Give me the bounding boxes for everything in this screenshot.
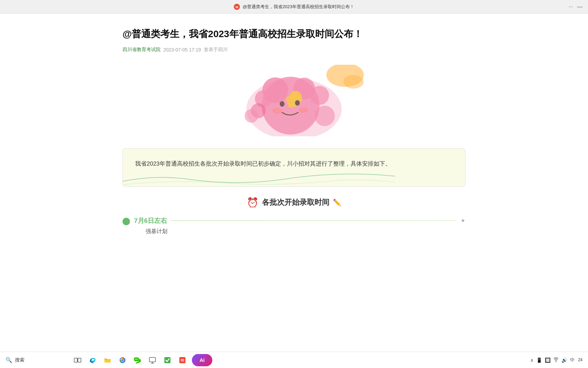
svg-rect-21 [104, 359, 111, 363]
timeline-line [171, 220, 456, 221]
svg-point-17 [245, 109, 258, 123]
display-button[interactable] [146, 353, 159, 367]
svg-point-14 [299, 107, 308, 113]
search-label: 搜索 [15, 357, 24, 363]
taskbar-clock[interactable]: 24 [578, 357, 583, 363]
timeline-date: 7月6日左右 [134, 216, 167, 225]
article-date: 2023-07-05 17:19 [163, 47, 201, 52]
ai-label: Ai [200, 357, 205, 363]
minimize-button[interactable]: — [577, 4, 583, 10]
svg-point-13 [272, 108, 282, 113]
timeline-expand-button[interactable]: ✦ [460, 217, 466, 225]
svg-point-36 [555, 361, 556, 362]
wechat-button[interactable] [131, 353, 144, 367]
svg-rect-33 [179, 357, 185, 363]
ai-button[interactable]: Ai [192, 354, 212, 366]
article-location: 发表于四川 [204, 47, 228, 53]
svg-rect-29 [149, 357, 156, 362]
taskbar-apps: Ai [68, 353, 216, 367]
edge-browser-button[interactable] [86, 353, 99, 367]
red-app-button[interactable] [176, 353, 189, 367]
svg-point-25 [121, 359, 124, 361]
taskbar-search[interactable]: 🔍 搜索 [0, 357, 68, 363]
wifi-icon[interactable] [553, 357, 559, 363]
svg-point-11 [280, 101, 284, 107]
tray-expand-icon[interactable]: ∧ [530, 357, 534, 363]
green-app-button[interactable] [161, 353, 174, 367]
article-meta: 四川省教育考试院 2023-07-05 17:19 发表于四川 [122, 47, 466, 53]
section-heading-text: 各批次开始录取时间 [262, 197, 329, 208]
search-icon: 🔍 [5, 357, 12, 363]
summary-text: 我省2023年普通高校招生各批次开始录取时间已初步确定，川小招对其进行了整理，具… [135, 159, 453, 169]
svg-rect-32 [164, 357, 170, 363]
article-content: @普通类考生，我省2023年普通高校招生录取时间公布！ 四川省教育考试院 202… [0, 14, 588, 352]
timeline: 7月6日左右 ✦ 强基计划 [122, 216, 466, 235]
clock-time: 24 [578, 357, 583, 363]
svg-point-28 [137, 358, 138, 359]
svg-point-6 [310, 86, 329, 105]
titlebar: W @普通类考生，我省2023年普通高校招生录取时间公布！ ··· — [0, 0, 588, 14]
taskbar-tray: ∧ 📱 🔲 🔊 中 24 [525, 357, 588, 363]
timeline-content: 7月6日左右 ✦ 强基计划 [134, 216, 466, 235]
pencil-icon: ✏️ [333, 198, 341, 206]
timeline-entry: 强基计划 [134, 228, 466, 235]
summary-box: 我省2023年普通高校招生各批次开始录取时间已初步确定，川小招对其进行了整理，具… [122, 148, 466, 187]
chrome-button[interactable] [116, 353, 129, 367]
svg-point-27 [135, 358, 136, 359]
taskview-button[interactable] [71, 353, 84, 367]
section-heading: ⏰ 各批次开始录取时间 ✏️ [122, 197, 466, 208]
window-title: @普通类考生，我省2023年普通高校招生录取时间公布！ [243, 4, 354, 10]
alarm-clock-icon: ⏰ [247, 197, 259, 208]
svg-rect-18 [74, 358, 77, 362]
more-button[interactable]: ··· [569, 4, 573, 10]
timeline-dot [122, 218, 130, 225]
tray-icons: ∧ 📱 🔲 🔊 中 [530, 357, 575, 363]
svg-rect-35 [181, 361, 184, 361]
article-author[interactable]: 四川省教育考试院 [122, 47, 161, 53]
svg-point-16 [343, 75, 364, 89]
phone-icon[interactable]: 📱 [536, 357, 542, 363]
hero-illustration [223, 65, 365, 136]
file-explorer-button[interactable] [101, 353, 114, 367]
language-icon[interactable]: 中 [570, 357, 575, 363]
svg-rect-26 [134, 357, 139, 361]
svg-point-12 [295, 100, 300, 106]
timeline-item: 7月6日左右 ✦ 强基计划 [122, 216, 466, 235]
hero-image-container [122, 63, 466, 138]
svg-rect-34 [181, 359, 184, 360]
title-favicon: W [234, 4, 240, 10]
svg-text:W: W [235, 5, 239, 9]
window-controls: ··· — [569, 4, 583, 10]
svg-point-9 [314, 106, 335, 126]
taskbar: 🔍 搜索 [0, 352, 588, 368]
volume-icon[interactable]: 🔊 [561, 357, 567, 363]
network-icon[interactable]: 🔲 [545, 357, 551, 363]
svg-rect-19 [78, 358, 81, 362]
article-title: @普通类考生，我省2023年普通高校招生录取时间公布！ [122, 27, 466, 41]
